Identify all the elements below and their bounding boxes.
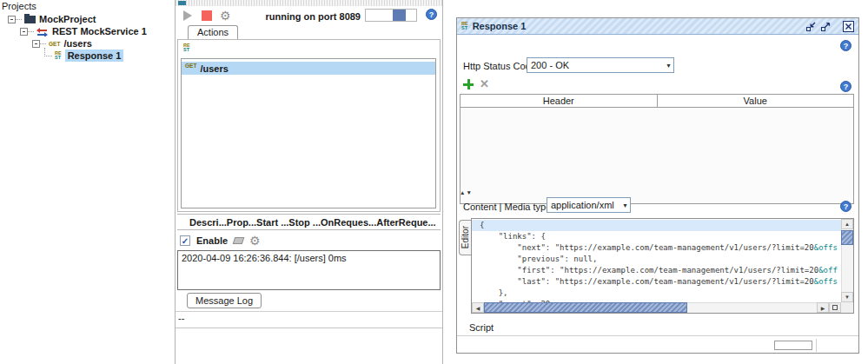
add-header-button[interactable] xyxy=(463,79,474,89)
scroll-left-icon[interactable]: ◀ xyxy=(472,302,484,313)
stop-mockservice-button[interactable] xyxy=(202,10,212,21)
rest-mock-icon: RE ST xyxy=(183,43,190,52)
actions-panel: RE ST GET /users xyxy=(177,39,441,212)
tree-node-rest-mockservice[interactable]: REST MockService 1 xyxy=(20,25,147,37)
divider xyxy=(176,328,442,328)
message-log-controls: ✓ Enable ⚙ xyxy=(180,234,261,248)
media-type-select[interactable]: application/xml ▼ xyxy=(547,197,631,213)
split-pane-toggle-icon[interactable]: ▲▼ xyxy=(460,189,473,195)
mockservice-progress-bar xyxy=(365,9,417,22)
scroll-up-icon[interactable]: ▲ xyxy=(841,219,853,229)
close-window-icon[interactable] xyxy=(843,21,854,32)
mockservice-status-bar: -- xyxy=(178,313,184,323)
script-section-label: Script xyxy=(469,322,494,333)
chevron-down-icon: ▼ xyxy=(622,198,628,212)
column-header[interactable]: Header xyxy=(461,95,658,107)
inspector-tabs: Descri... Prop... Start ... Stop ... OnR… xyxy=(177,214,441,230)
editor-corner-button[interactable] xyxy=(829,302,841,313)
tab-actions[interactable]: Actions xyxy=(188,25,238,39)
help-icon[interactable]: ? xyxy=(840,40,851,51)
tree-node-label-selected[interactable]: Response 1 xyxy=(65,50,124,62)
horizontal-scrollbar[interactable]: ◀ ▶ xyxy=(472,302,829,313)
get-method-icon: GET xyxy=(185,63,196,69)
progress-thumb xyxy=(393,10,407,21)
scroll-right-icon[interactable]: ▶ xyxy=(817,302,829,313)
mockservice-titlebar-icon xyxy=(178,1,186,5)
mock-operations-list: GET /users xyxy=(181,58,436,208)
enable-label: Enable xyxy=(196,235,228,246)
editor-corner-icon xyxy=(832,305,838,310)
operation-path-label[interactable]: /users xyxy=(200,63,228,74)
code-line[interactable]: "previous": null, xyxy=(472,254,841,265)
tree-connector xyxy=(16,19,22,20)
response-window: RE ST Response 1 ? Ht xyxy=(456,17,859,354)
scroll-down-icon[interactable]: ▼ xyxy=(841,292,853,302)
status-bar-separator xyxy=(816,339,817,352)
tab-onrequest-script[interactable]: OnReques... xyxy=(321,217,376,228)
log-options-icon[interactable]: ⚙ xyxy=(249,235,261,247)
tree-node-mockproject[interactable]: MockProject xyxy=(8,13,96,25)
clear-log-icon[interactable] xyxy=(233,237,245,244)
vertical-scrollbar[interactable]: ▲ ▼ xyxy=(841,219,853,302)
help-icon[interactable]: ? xyxy=(840,201,851,212)
headers-table-header-row: Header Value xyxy=(461,95,853,108)
get-method-icon: GET xyxy=(49,41,60,47)
folder-icon xyxy=(24,16,36,23)
log-entry: 2020-04-09 16:26:36.844: [/users] 0ms xyxy=(182,253,436,263)
window-buttons xyxy=(805,21,854,32)
run-status-text: running on port 8089 xyxy=(266,11,361,22)
code-line[interactable]: "next": "https://example.com/team-manage… xyxy=(472,242,841,254)
tree-connector xyxy=(40,43,46,44)
response-content-editor[interactable]: { "links": { "next": "https://example.co… xyxy=(471,218,854,314)
projects-header: Projects xyxy=(2,1,36,11)
tab-stop-script[interactable]: Stop ... xyxy=(288,217,321,228)
remove-header-button[interactable]: ✕ xyxy=(480,77,489,90)
mockservice-options-button[interactable]: ⚙ xyxy=(220,10,231,22)
tree-node-response-1[interactable]: RE ST Response 1 xyxy=(44,50,123,62)
tab-afterrequest-script[interactable]: AfterReque... xyxy=(376,217,435,228)
mockservice-titlebar-clipped[interactable] xyxy=(176,0,442,6)
tree-connector xyxy=(44,48,52,56)
tree-collapse-icon[interactable] xyxy=(32,40,40,48)
code-line[interactable]: "first": "https://example.com/team-manag… xyxy=(472,265,841,276)
status-bar-field[interactable] xyxy=(774,341,812,350)
tree-node-label[interactable]: /users xyxy=(63,38,91,49)
run-mockservice-button[interactable] xyxy=(183,10,192,21)
http-status-code-select[interactable]: 200 - OK ▼ xyxy=(527,57,674,73)
tab-start-script[interactable]: Start ... xyxy=(256,217,288,228)
divider xyxy=(176,311,442,312)
code-line[interactable]: "last": "https://example.com/team-manage… xyxy=(472,276,841,288)
column-header[interactable]: Value xyxy=(658,95,854,107)
rest-response-icon: RE ST xyxy=(461,22,468,30)
tree-node-label[interactable]: MockProject xyxy=(39,14,96,24)
enable-checkbox[interactable]: ✓ xyxy=(180,235,190,246)
tab-description[interactable]: Descri... xyxy=(189,217,227,228)
headers-table[interactable]: Header Value xyxy=(460,94,854,204)
code-line[interactable]: }, xyxy=(472,288,841,299)
help-icon[interactable]: ? xyxy=(426,9,437,20)
tab-properties[interactable]: Prop... xyxy=(227,217,256,228)
list-item-users-operation[interactable]: GET /users xyxy=(182,62,435,75)
tab-editor[interactable]: Editor xyxy=(459,220,471,255)
horizontal-scroll-thumb[interactable] xyxy=(484,302,687,313)
message-log-box[interactable]: 2020-04-09 16:26:36.844: [/users] 0ms xyxy=(177,250,441,290)
content-media-type-label: Content | Media type: xyxy=(463,202,553,212)
tree-node-label[interactable]: REST MockService 1 xyxy=(52,26,147,36)
code-line-current[interactable]: { xyxy=(472,220,841,231)
tree-collapse-icon[interactable] xyxy=(20,28,28,36)
tree-node-users[interactable]: GET /users xyxy=(32,37,92,50)
tree-collapse-icon[interactable] xyxy=(8,16,16,23)
float-window-icon[interactable] xyxy=(820,21,832,32)
divider xyxy=(457,335,858,336)
response-window-titlebar[interactable]: RE ST Response 1 xyxy=(457,18,858,35)
code-line[interactable]: "links": { xyxy=(472,231,841,242)
tab-message-log[interactable]: Message Log xyxy=(187,293,262,308)
unfloat-window-icon[interactable] xyxy=(805,21,817,32)
help-icon[interactable]: ? xyxy=(840,81,851,92)
vertical-scroll-thumb[interactable] xyxy=(841,230,853,245)
code-area[interactable]: { "links": { "next": "https://example.co… xyxy=(472,219,841,302)
check-icon: ✓ xyxy=(182,237,189,245)
mockservice-toolbar: ⚙ running on port 8089 ? xyxy=(176,6,442,25)
soapui-workspace: Projects MockProject REST MockService 1 … xyxy=(0,0,868,364)
chevron-down-icon: ▼ xyxy=(666,58,672,72)
